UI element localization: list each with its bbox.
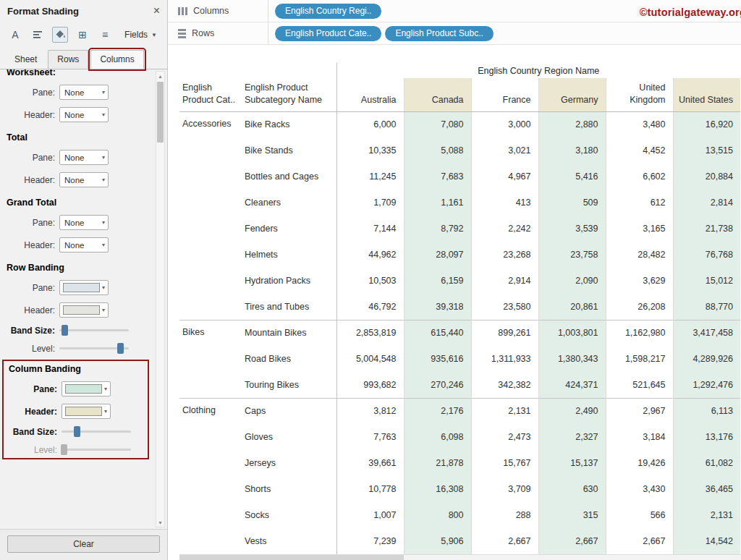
value-cell[interactable]: 2,967 (606, 398, 673, 424)
subcategory-cell[interactable]: Socks (242, 502, 336, 528)
value-cell[interactable]: 521,645 (606, 372, 673, 398)
value-cell[interactable]: 39,661 (336, 450, 404, 476)
value-cell[interactable]: 46,792 (336, 294, 404, 320)
value-cell[interactable]: 23,758 (538, 242, 606, 268)
value-cell[interactable]: 270,246 (404, 372, 471, 398)
value-cell[interactable]: 3,417,458 (673, 320, 740, 346)
total-header-dropdown[interactable]: None▾ (59, 172, 109, 187)
value-cell[interactable]: 21,738 (673, 216, 740, 242)
value-cell[interactable]: 10,778 (336, 476, 404, 502)
value-cell[interactable]: 20,884 (673, 164, 740, 190)
field-pill-english-country-regi[interactable]: English Country Regi.. (275, 4, 381, 19)
value-cell[interactable]: 3,184 (606, 424, 673, 450)
column-banding-band-size-slider[interactable] (62, 426, 131, 437)
slider-thumb[interactable] (74, 426, 80, 437)
value-cell[interactable]: 612 (606, 190, 673, 216)
tab-sheet[interactable]: Sheet (6, 51, 46, 69)
subcategory-cell[interactable]: Fenders (242, 216, 336, 242)
value-cell[interactable]: 7,683 (404, 164, 471, 190)
value-cell[interactable]: 20,861 (538, 294, 606, 320)
value-cell[interactable]: 16,920 (673, 111, 740, 137)
value-cell[interactable]: 13,176 (673, 424, 740, 450)
value-cell[interactable]: 4,452 (606, 137, 673, 164)
column-banding-pane-color-dropdown[interactable]: ▾ (62, 381, 111, 396)
value-cell[interactable]: 1,598,217 (606, 346, 673, 372)
subcategory-cell[interactable]: Road Bikes (242, 346, 336, 372)
borders-icon[interactable]: ⊞ (75, 27, 90, 43)
value-cell[interactable]: 1,292,476 (673, 372, 740, 398)
value-cell[interactable]: 15,012 (673, 268, 740, 294)
column-header-france[interactable]: France (471, 78, 538, 111)
value-cell[interactable]: 2,131 (471, 398, 538, 424)
value-cell[interactable]: 15,767 (471, 450, 538, 476)
value-cell[interactable]: 509 (538, 190, 606, 216)
subcategory-cell[interactable]: Vests (242, 528, 336, 554)
value-cell[interactable]: 2,814 (673, 190, 740, 216)
alignment-icon[interactable] (30, 27, 46, 43)
value-cell[interactable]: 2,242 (471, 216, 538, 242)
scrollbar-thumb[interactable] (157, 82, 164, 143)
category-cell[interactable]: Bikes (179, 320, 242, 398)
close-icon[interactable]: × (153, 5, 160, 17)
value-cell[interactable]: 5,088 (404, 137, 471, 164)
value-cell[interactable]: 1,709 (336, 190, 404, 216)
value-cell[interactable]: 3,000 (471, 111, 538, 137)
value-cell[interactable]: 935,616 (404, 346, 471, 372)
value-cell[interactable]: 2,667 (471, 528, 538, 554)
value-cell[interactable]: 6,113 (673, 398, 740, 424)
value-cell[interactable]: 2,327 (538, 424, 606, 450)
column-header-germany[interactable]: Germany (538, 78, 606, 111)
value-cell[interactable]: 14,542 (673, 528, 740, 554)
worksheet-pane-dropdown[interactable]: None▾ (59, 85, 109, 100)
value-cell[interactable]: 993,682 (336, 372, 404, 398)
column-header-canada[interactable]: Canada (404, 78, 471, 111)
value-cell[interactable]: 2,880 (538, 111, 606, 137)
value-cell[interactable]: 3,480 (606, 111, 673, 137)
value-cell[interactable]: 800 (404, 502, 471, 528)
font-icon[interactable]: A (7, 27, 23, 43)
value-cell[interactable]: 1,311,933 (471, 346, 538, 372)
panel-scrollbar[interactable]: ▲ ▼ (156, 71, 165, 527)
value-cell[interactable]: 3,629 (606, 268, 673, 294)
slider-thumb[interactable] (117, 343, 124, 354)
value-cell[interactable]: 13,515 (673, 137, 740, 164)
value-cell[interactable]: 566 (606, 502, 673, 528)
value-cell[interactable]: 6,000 (336, 111, 404, 137)
value-cell[interactable]: 2,667 (606, 528, 673, 554)
subcategory-cell[interactable]: Hydration Packs (242, 268, 336, 294)
scrollbar-thumb[interactable] (179, 555, 404, 560)
column-header-united-states[interactable]: United States (673, 78, 740, 111)
subcategory-cell[interactable]: Helmets (242, 242, 336, 268)
field-pill-english-product-subc[interactable]: English Product Subc.. (385, 26, 493, 41)
value-cell[interactable]: 2,131 (673, 502, 740, 528)
value-cell[interactable]: 36,465 (673, 476, 740, 502)
value-cell[interactable]: 4,289,926 (673, 346, 740, 372)
value-cell[interactable]: 615,440 (404, 320, 471, 346)
value-cell[interactable]: 3,165 (606, 216, 673, 242)
value-cell[interactable]: 413 (471, 190, 538, 216)
value-cell[interactable]: 424,371 (538, 372, 606, 398)
value-cell[interactable]: 2,090 (538, 268, 606, 294)
subcategory-cell[interactable]: Gloves (242, 424, 336, 450)
value-cell[interactable]: 23,580 (471, 294, 538, 320)
value-cell[interactable]: 11,245 (336, 164, 404, 190)
value-cell[interactable]: 1,162,980 (606, 320, 673, 346)
value-cell[interactable]: 315 (538, 502, 606, 528)
value-cell[interactable]: 2,853,819 (336, 320, 404, 346)
value-cell[interactable]: 44,962 (336, 242, 404, 268)
grand-total-header-dropdown[interactable]: None▾ (59, 237, 109, 253)
subcategory-cell[interactable]: Caps (242, 398, 336, 424)
value-cell[interactable]: 1,003,801 (538, 320, 606, 346)
value-cell[interactable]: 5,004,548 (336, 346, 404, 372)
value-cell[interactable]: 5,416 (538, 164, 606, 190)
value-cell[interactable]: 2,473 (471, 424, 538, 450)
category-cell[interactable]: Clothing (179, 398, 242, 554)
row-banding-pane-color-dropdown[interactable]: ▾ (59, 280, 109, 295)
clear-button[interactable]: Clear (7, 535, 160, 553)
value-cell[interactable]: 7,239 (336, 528, 404, 554)
value-cell[interactable]: 1,007 (336, 502, 404, 528)
value-cell[interactable]: 3,539 (538, 216, 606, 242)
value-cell[interactable]: 15,137 (538, 450, 606, 476)
value-cell[interactable]: 21,878 (404, 450, 471, 476)
tab-rows[interactable]: Rows (48, 50, 88, 69)
